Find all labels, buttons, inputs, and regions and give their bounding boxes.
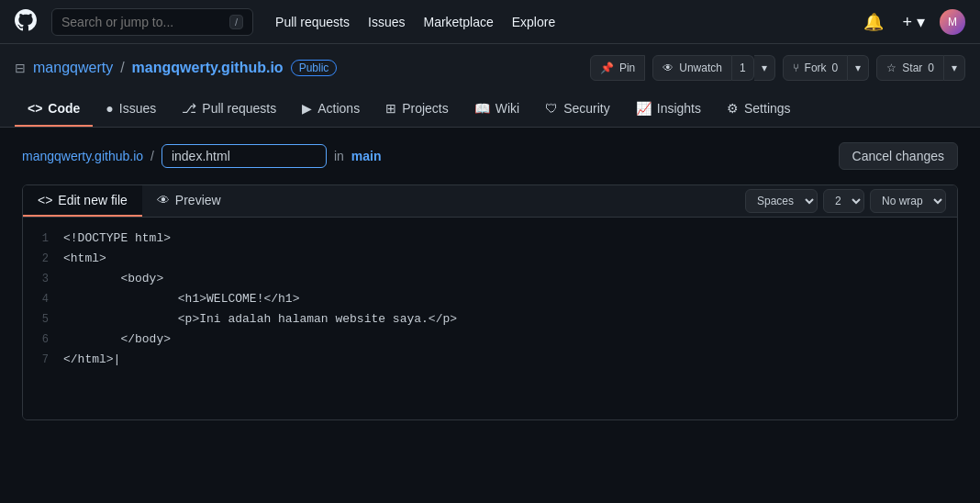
repo-header: ⊟ mangqwerty / mangqwerty.github.io Publ… [0,44,980,128]
code-line-4: 4 <h1>WELCOME!</h1> [23,289,957,309]
filename-input[interactable] [161,144,327,168]
notifications-button[interactable]: 🔔 [860,8,887,36]
code-text-1: <!DOCTYPE html> [63,229,171,248]
line-num-3: 3 [23,270,63,288]
editor-container: mangqwerty.github.io / in main Cancel ch… [0,128,980,435]
code-line-5: 5 <p>Ini adalah halaman website saya.</p… [23,309,957,330]
file-path-bar: mangqwerty.github.io / in main Cancel ch… [22,142,958,170]
tab-code[interactable]: <> Code [15,92,93,127]
tab-projects[interactable]: ⊞ Projects [373,92,462,127]
settings-icon: ⚙ [727,101,739,116]
indent-size-select[interactable]: 2 [823,189,864,213]
tab-wiki[interactable]: 📖 Wiki [462,92,532,127]
issues-icon: ● [106,101,113,116]
actions-icon: ▶ [302,101,312,116]
projects-icon: ⊞ [385,101,396,116]
preview-icon: 👁 [157,193,170,207]
search-bar[interactable]: / [51,8,253,36]
wiki-icon: 📖 [474,101,490,116]
fork-btn-group: ⑂ Fork 0 ▾ [783,55,870,81]
line-num-7: 7 [23,351,63,369]
code-line-2: 2 <html> [23,249,957,269]
branch-link[interactable]: main [351,149,382,163]
search-input[interactable] [61,15,222,29]
star-btn-group: ☆ Star 0 ▾ [876,55,965,81]
fork-dropdown[interactable]: ▾ [848,55,869,81]
fork-button[interactable]: ⑂ Fork 0 [783,55,849,81]
nav-links: Pull requests Issues Marketplace Explore [268,11,845,33]
repo-owner-link[interactable]: mangqwerty [33,60,113,76]
nav-marketplace[interactable]: Marketplace [416,11,500,33]
star-button[interactable]: ☆ Star 0 [876,55,944,81]
github-logo[interactable] [15,9,37,35]
code-brackets-icon: <> [38,193,52,207]
editor-toolbar: <> Edit new file 👁 Preview Spaces 2 No w… [23,185,957,218]
tab-actions[interactable]: ▶ Actions [289,92,373,127]
public-badge: Public [291,60,338,76]
editor-toolbar-right: Spaces 2 No wrap [734,189,957,213]
eye-icon: 👁 [663,61,674,74]
star-dropdown[interactable]: ▾ [944,55,965,81]
repo-name-link[interactable]: mangqwerty.github.io [132,60,284,76]
editor-panel: <> Edit new file 👁 Preview Spaces 2 No w… [22,184,958,420]
watch-dropdown[interactable]: ▾ [754,55,775,81]
pin-button[interactable]: 📌 Pin [590,55,645,81]
code-icon: <> [28,101,42,116]
code-editor[interactable]: 1 <!DOCTYPE html> 2 <html> 3 <body> 4 <h… [23,218,957,419]
preview-tab[interactable]: 👁 Preview [142,185,236,217]
code-text-2: <html> [63,250,106,268]
indent-mode-select[interactable]: Spaces [745,189,818,213]
tab-pull-requests[interactable]: ⎇ Pull requests [169,92,289,127]
nav-pull-requests[interactable]: Pull requests [268,11,357,33]
edit-tab[interactable]: <> Edit new file [23,185,142,217]
star-icon: ☆ [886,61,896,74]
fork-icon: ⑂ [793,61,799,74]
nav-right: 🔔 + ▾ M [860,8,965,36]
line-num-4: 4 [23,290,63,308]
repo-sep: / [120,60,124,76]
tab-settings[interactable]: ⚙ Settings [714,92,804,127]
repo-title-row: ⊟ mangqwerty / mangqwerty.github.io Publ… [15,55,965,81]
breadcrumb-sep: / [150,149,154,163]
insights-icon: 📈 [636,101,651,116]
tab-insights[interactable]: 📈 Insights [623,92,714,127]
nav-issues[interactable]: Issues [361,11,412,33]
code-text-5: <p>Ini adalah halaman website saya.</p> [63,310,457,329]
watch-count[interactable]: 1 [732,55,754,81]
line-num-5: 5 [23,310,63,329]
avatar[interactable]: M [940,9,965,35]
security-icon: 🛡 [545,101,558,116]
cancel-button[interactable]: Cancel changes [839,142,958,170]
repo-icon: ⊟ [15,61,26,75]
code-text-4: <h1>WELCOME!</h1> [63,290,299,308]
pin-icon: 📌 [600,61,614,74]
code-line-7: 7 </html>| [23,350,957,370]
pin-btn-group: 📌 Pin [590,55,645,81]
watch-btn-group: 👁 Unwatch 1 ▾ [652,55,774,81]
create-button[interactable]: + ▾ [898,8,929,36]
pr-icon: ⎇ [182,101,196,116]
top-nav: / Pull requests Issues Marketplace Explo… [0,0,980,44]
wrap-mode-select[interactable]: No wrap [870,189,946,213]
tab-security[interactable]: 🛡 Security [532,92,623,127]
nav-explore[interactable]: Explore [505,11,562,33]
watch-button[interactable]: 👁 Unwatch [652,55,732,81]
breadcrumb-link[interactable]: mangqwerty.github.io [22,149,143,163]
line-num-6: 6 [23,330,63,349]
code-text-3: <body> [63,270,163,288]
code-text-6: </body> [63,330,171,349]
code-line-1: 1 <!DOCTYPE html> [23,229,957,249]
line-num-1: 1 [23,229,63,248]
code-line-3: 3 <body> [23,269,957,289]
line-num-2: 2 [23,250,63,268]
code-text-7: </html>| [63,351,120,369]
tab-issues[interactable]: ● Issues [93,92,169,127]
repo-actions: 📌 Pin 👁 Unwatch 1 ▾ ⑂ Fork 0 ▾ [590,55,965,81]
repo-tabs: <> Code ● Issues ⎇ Pull requests ▶ Actio… [15,92,965,127]
in-label: in [334,149,344,163]
kbd-shortcut: / [229,15,243,29]
code-line-6: 6 </body> [23,330,957,350]
